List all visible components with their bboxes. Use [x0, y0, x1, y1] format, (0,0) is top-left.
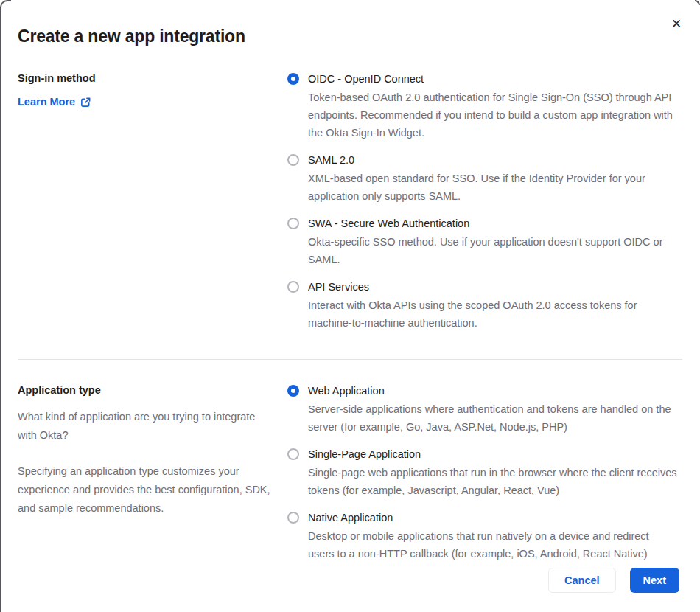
radio-option-saml[interactable]: SAML 2.0 XML-based open standard for SSO…	[287, 152, 682, 205]
cancel-button[interactable]: Cancel	[548, 568, 616, 593]
radio-option-description: Server-side applications where authentic…	[308, 400, 678, 436]
radio-option-single-page-application[interactable]: Single-Page Application Single-page web …	[287, 446, 682, 499]
modal-title: Create a new app integration	[18, 27, 682, 46]
radio-unselected-icon[interactable]	[287, 218, 299, 229]
signin-method-section: Sign-in method Learn More OIDC - OpenID …	[18, 71, 682, 342]
application-type-section: Application type What kind of applicatio…	[18, 383, 682, 573]
external-link-icon	[80, 97, 91, 108]
learn-more-link[interactable]: Learn More	[18, 96, 91, 108]
radio-option-description: Single-page web applications that run in…	[308, 464, 678, 499]
radio-option-native-application[interactable]: Native Application Desktop or mobile app…	[287, 510, 682, 563]
window-left-border	[0, 7, 1, 612]
application-type-options: Web Application Server-side applications…	[287, 383, 682, 573]
radio-option-label: SAML 2.0	[308, 152, 678, 168]
radio-unselected-icon[interactable]	[287, 512, 299, 524]
radio-selected-icon[interactable]	[287, 73, 299, 85]
radio-option-api-services[interactable]: API Services Interact with Okta APIs usi…	[287, 279, 682, 332]
radio-option-description: Token-based OAuth 2.0 authentication for…	[308, 88, 678, 142]
radio-option-description: Okta-specific SSO method. Use if your ap…	[308, 233, 678, 268]
window-corner-top-left	[0, 0, 11, 11]
close-button[interactable]: ✕	[668, 15, 685, 32]
application-type-label: Application type	[18, 383, 274, 397]
radio-unselected-icon[interactable]	[287, 448, 299, 460]
modal-footer: Cancel Next	[548, 568, 679, 593]
section-divider	[18, 359, 682, 360]
signin-method-left-column: Sign-in method Learn More	[18, 71, 274, 342]
learn-more-label: Learn More	[18, 96, 75, 108]
radio-option-description: Desktop or mobile applications that run …	[308, 527, 678, 563]
application-type-note: Specifying an application type customize…	[18, 462, 274, 518]
application-type-left-column: Application type What kind of applicatio…	[18, 383, 274, 573]
radio-option-label: Native Application	[308, 510, 678, 526]
radio-unselected-icon[interactable]	[287, 281, 299, 293]
signin-method-label: Sign-in method	[18, 71, 274, 86]
close-icon: ✕	[671, 18, 682, 30]
radio-option-label: API Services	[308, 279, 678, 295]
radio-unselected-icon[interactable]	[287, 154, 299, 166]
radio-option-description: XML-based open standard for SSO. Use if …	[308, 170, 678, 205]
radio-option-oidc[interactable]: OIDC - OpenID Connect Token-based OAuth …	[287, 71, 682, 142]
radio-option-swa[interactable]: SWA - Secure Web Authentication Okta-spe…	[287, 215, 682, 268]
next-button[interactable]: Next	[630, 568, 679, 593]
radio-option-web-application[interactable]: Web Application Server-side applications…	[287, 383, 682, 436]
radio-option-description: Interact with Okta APIs using the scoped…	[308, 296, 678, 332]
radio-option-label: SWA - Secure Web Authentication	[308, 215, 678, 232]
modal-dialog: Create a new app integration Sign-in met…	[0, 0, 700, 573]
radio-option-label: Single-Page Application	[308, 446, 678, 462]
radio-option-label: OIDC - OpenID Connect	[308, 71, 678, 87]
radio-option-label: Web Application	[308, 383, 678, 399]
radio-selected-icon[interactable]	[287, 385, 299, 397]
signin-method-options: OIDC - OpenID Connect Token-based OAuth …	[287, 71, 682, 342]
application-type-intro: What kind of application are you trying …	[18, 408, 274, 445]
